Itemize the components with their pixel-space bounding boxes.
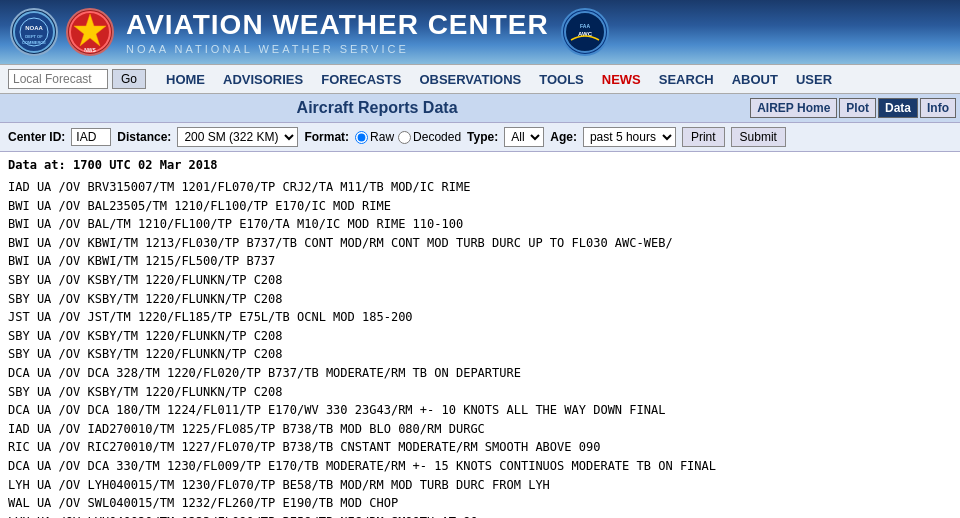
nav-forecasts[interactable]: FORECASTS xyxy=(313,70,409,89)
page-title-bar: Aircraft Reports Data AIREP Home Plot Da… xyxy=(0,94,960,123)
page-title: Aircraft Reports Data xyxy=(4,99,750,117)
data-timestamp: Data at: 1700 UTC 02 Mar 2018 xyxy=(8,158,952,172)
nav-observations[interactable]: OBSERVATIONS xyxy=(411,70,529,89)
table-row: IAD UA /OV BRV315007/TM 1201/FL070/TP CR… xyxy=(8,178,952,197)
data-area: Data at: 1700 UTC 02 Mar 2018 IAD UA /OV… xyxy=(0,152,960,518)
type-label: Type: xyxy=(467,130,498,144)
logo-group: NOAA DEPT OF COMMERCE NWS xyxy=(10,8,114,56)
distance-label: Distance: xyxy=(117,130,171,144)
header: NOAA DEPT OF COMMERCE NWS AVIATION WEATH… xyxy=(0,0,960,64)
table-row: SBY UA /OV KSBY/TM 1220/FLUNKN/TP C208 xyxy=(8,290,952,309)
nav-bar: Go HOME ADVISORIES FORECASTS OBSERVATION… xyxy=(0,64,960,94)
distance-select[interactable]: 200 SM (322 KM) xyxy=(177,127,298,147)
go-button[interactable]: Go xyxy=(112,69,146,89)
age-label: Age: xyxy=(550,130,577,144)
svg-text:FAA: FAA xyxy=(580,23,590,29)
center-id-label: Center ID: xyxy=(8,130,65,144)
nws-logo: NWS xyxy=(66,8,114,56)
table-row: RIC UA /OV RIC270010/TM 1227/FL070/TP B7… xyxy=(8,438,952,457)
nav-tools[interactable]: TOOLS xyxy=(531,70,592,89)
nav-news[interactable]: NEWS xyxy=(594,70,649,89)
local-forecast-input[interactable] xyxy=(8,69,108,89)
svg-text:DEPT OF: DEPT OF xyxy=(25,34,43,39)
info-button[interactable]: Info xyxy=(920,98,956,118)
noaa-logo: NOAA DEPT OF COMMERCE xyxy=(10,8,58,56)
table-row: SBY UA /OV KSBY/TM 1220/FLUNKN/TP C208 xyxy=(8,383,952,402)
table-row: DCA UA /OV DCA 180/TM 1224/FL011/TP E170… xyxy=(8,401,952,420)
nav-links: HOME ADVISORIES FORECASTS OBSERVATIONS T… xyxy=(158,70,840,89)
controls-bar: Center ID: Distance: 200 SM (322 KM) For… xyxy=(0,123,960,152)
nav-about[interactable]: ABOUT xyxy=(724,70,786,89)
format-decoded-text: Decoded xyxy=(413,130,461,144)
site-title: AVIATION WEATHER CENTER xyxy=(126,9,549,41)
header-title-block: AVIATION WEATHER CENTER NOAA NATIONAL WE… xyxy=(126,9,549,55)
submit-button[interactable]: Submit xyxy=(731,127,786,147)
table-row: JST UA /OV JST/TM 1220/FL185/TP E75L/TB … xyxy=(8,308,952,327)
awc-logo: FAA AWC xyxy=(561,8,609,56)
table-row: BWI UA /OV KBWI/TM 1215/FL500/TP B737 xyxy=(8,252,952,271)
type-select[interactable]: All xyxy=(504,127,544,147)
data-button[interactable]: Data xyxy=(878,98,918,118)
nav-search[interactable]: SEARCH xyxy=(651,70,722,89)
table-row: IAD UA /OV IAD270010/TM 1225/FL085/TP B7… xyxy=(8,420,952,439)
format-raw-radio[interactable] xyxy=(355,131,368,144)
svg-text:NOAA: NOAA xyxy=(25,25,43,31)
table-row: DCA UA /OV DCA 328/TM 1220/FL020/TP B737… xyxy=(8,364,952,383)
format-decoded-label[interactable]: Decoded xyxy=(398,130,461,144)
svg-text:COMMERCE: COMMERCE xyxy=(22,40,46,45)
center-id-input[interactable] xyxy=(71,128,111,146)
nav-advisories[interactable]: ADVISORIES xyxy=(215,70,311,89)
airep-home-button[interactable]: AIREP Home xyxy=(750,98,837,118)
page-buttons: AIREP Home Plot Data Info xyxy=(750,98,956,118)
format-radio-group: Raw Decoded xyxy=(355,130,461,144)
format-decoded-radio[interactable] xyxy=(398,131,411,144)
table-row: DCA UA /OV DCA 330/TM 1230/FL009/TP E170… xyxy=(8,457,952,476)
table-row: SBY UA /OV KSBY/TM 1220/FLUNKN/TP C208 xyxy=(8,345,952,364)
pirep-lines: IAD UA /OV BRV315007/TM 1201/FL070/TP CR… xyxy=(8,178,952,518)
table-row: SBY UA /OV KSBY/TM 1220/FLUNKN/TP C208 xyxy=(8,271,952,290)
table-row: BWI UA /OV BAL23505/TM 1210/FL100/TP E17… xyxy=(8,197,952,216)
table-row: SBY UA /OV KSBY/TM 1220/FLUNKN/TP C208 xyxy=(8,327,952,346)
plot-button[interactable]: Plot xyxy=(839,98,876,118)
table-row: BWI UA /OV BAL/TM 1210/FL100/TP E170/TA … xyxy=(8,215,952,234)
nav-user[interactable]: USER xyxy=(788,70,840,89)
format-label: Format: xyxy=(304,130,349,144)
svg-text:NWS: NWS xyxy=(84,47,96,53)
table-row: BWI UA /OV KBWI/TM 1213/FL030/TP B737/TB… xyxy=(8,234,952,253)
table-row: LYH UA /OV LYH040020/TM 1233/FL090/TP BE… xyxy=(8,513,952,518)
nav-home[interactable]: HOME xyxy=(158,70,213,89)
print-button[interactable]: Print xyxy=(682,127,725,147)
table-row: WAL UA /OV SWL040015/TM 1232/FL260/TP E1… xyxy=(8,494,952,513)
site-subtitle: NOAA NATIONAL WEATHER SERVICE xyxy=(126,43,549,55)
format-raw-label[interactable]: Raw xyxy=(355,130,394,144)
age-select[interactable]: past 5 hours past 1 hour past 2 hours pa… xyxy=(583,127,676,147)
format-raw-text: Raw xyxy=(370,130,394,144)
table-row: LYH UA /OV LYH040015/TM 1230/FL070/TP BE… xyxy=(8,476,952,495)
